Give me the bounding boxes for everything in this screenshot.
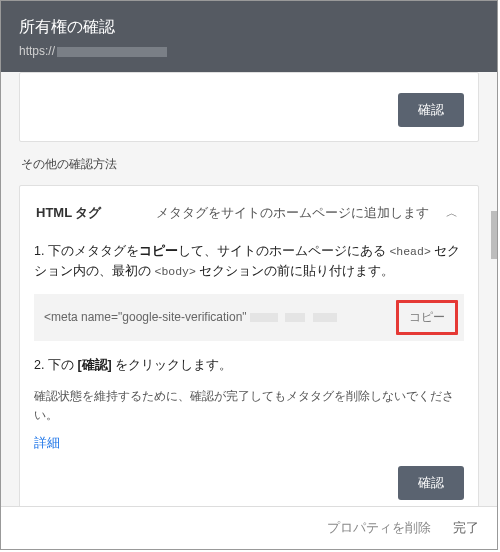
method-header-row[interactable]: HTML タグ メタタグをサイトのホームページに追加します ︿	[34, 196, 464, 241]
step1-bold: コピー	[139, 244, 178, 258]
scrollbar-thumb[interactable]	[491, 211, 497, 259]
remove-property-button[interactable]: プロパティを削除	[327, 519, 431, 537]
step-2: 2. 下の [確認] をクリックします。	[34, 355, 464, 375]
other-methods-label: その他の確認方法	[21, 156, 479, 173]
method-description: メタタグをサイトのホームページに追加します	[156, 204, 442, 223]
dialog-footer: プロパティを削除 完了	[1, 506, 497, 549]
chevron-up-icon[interactable]: ︿	[442, 205, 462, 222]
url-prefix: https://	[19, 44, 55, 58]
html-tag-card: HTML タグ メタタグをサイトのホームページに追加します ︿ 1. 下のメタタ…	[19, 185, 479, 506]
step1-mid: して、サイトのホームページにある	[178, 244, 389, 258]
details-link[interactable]: 詳細	[34, 435, 60, 452]
step2-pre: 2. 下の	[34, 358, 77, 372]
step1-code-head: <head>	[389, 245, 430, 258]
step-1: 1. 下のメタタグをコピーして、サイトのホームページにある <head> セクシ…	[34, 241, 464, 282]
ownership-dialog: 所有権の確認 https:// 確認 その他の確認方法 HTML タグ メタタグ…	[0, 0, 498, 550]
meta-tag-row: <meta name="google-site-verification" コピ…	[34, 294, 464, 341]
retain-note: 確認状態を維持するために、確認が完了してもメタタグを削除しないでください。	[34, 387, 464, 425]
step2-post: をクリックします。	[112, 358, 232, 372]
dialog-title: 所有権の確認	[19, 17, 479, 38]
dialog-body[interactable]: 確認 その他の確認方法 HTML タグ メタタグをサイトのホームページに追加しま…	[1, 72, 497, 506]
copy-button[interactable]: コピー	[396, 300, 458, 335]
site-url: https://	[19, 44, 479, 58]
done-button[interactable]: 完了	[453, 519, 479, 537]
top-method-card: 確認	[19, 72, 479, 142]
confirm-button-top[interactable]: 確認	[398, 93, 464, 127]
step1-post: セクションの前に貼り付けます。	[196, 264, 394, 278]
confirm-button[interactable]: 確認	[398, 466, 464, 500]
code-mask-2	[285, 313, 305, 322]
dialog-header: 所有権の確認 https://	[1, 1, 497, 72]
url-masked	[57, 47, 167, 57]
code-mask-3	[313, 313, 337, 322]
step1-pre: 1. 下のメタタグを	[34, 244, 139, 258]
method-name: HTML タグ	[36, 204, 156, 222]
code-snippet-text: <meta name="google-site-verification"	[44, 310, 247, 324]
step2-bold: [確認]	[77, 358, 111, 372]
meta-tag-snippet[interactable]: <meta name="google-site-verification"	[44, 310, 396, 324]
step1-code-body: <body>	[154, 265, 195, 278]
code-mask-1	[250, 313, 278, 322]
